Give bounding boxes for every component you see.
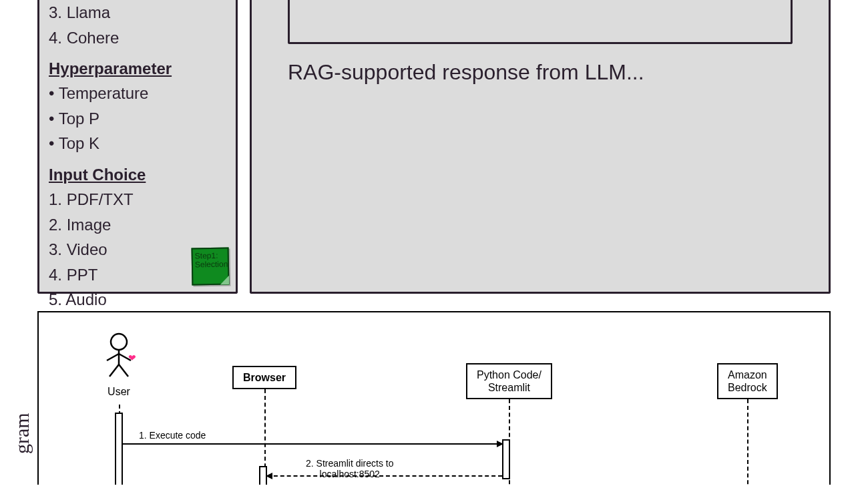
- hyperparam-item[interactable]: Top P: [49, 106, 226, 132]
- wireframe-panel: 3. Llama 4. Cohere Hyperparameter Temper…: [0, 0, 868, 294]
- model-item[interactable]: 4. Cohere: [49, 25, 226, 51]
- actor-bedrock-label: Amazon Bedrock: [717, 363, 778, 399]
- svg-line-4: [110, 364, 119, 377]
- model-item[interactable]: 3. Llama: [49, 0, 226, 25]
- msg-streamlit-localhost: 2. Streamlit directs to localhost:8502: [306, 458, 394, 479]
- hyperparam-item[interactable]: Top K: [49, 131, 226, 156]
- actor-browser-label: Browser: [232, 366, 296, 389]
- input-choice-item[interactable]: 2. Image: [49, 212, 226, 238]
- actor-browser: Browser: [232, 366, 296, 389]
- msg-execute-code: 1. Execute code: [139, 430, 206, 441]
- response-output-box: [288, 0, 793, 44]
- main-panel: RAG-supported response from LLM...: [250, 0, 831, 294]
- svg-line-5: [119, 364, 128, 377]
- actor-python-label: Python Code/ Streamlit: [466, 363, 552, 399]
- hyperparam-item[interactable]: Temperature: [49, 81, 226, 106]
- sequence-diagram: ❤ User Browser Python Code/ Streamlit Am…: [37, 311, 831, 485]
- stick-figure-icon: ❤: [99, 332, 139, 386]
- rag-response-text: RAG-supported response from LLM...: [268, 60, 813, 85]
- model-list: 3. Llama 4. Cohere: [49, 0, 226, 50]
- input-choice-heading: Input Choice: [49, 166, 226, 184]
- hyperparameter-list: Temperature Top P Top K: [49, 81, 226, 156]
- input-choice-item[interactable]: 5. Audio: [49, 287, 226, 312]
- lifeline-bedrock: [747, 399, 748, 485]
- sticky-line2: Selection: [195, 260, 226, 270]
- actor-amazon-bedrock: Amazon Bedrock: [717, 363, 778, 399]
- actor-python-streamlit: Python Code/ Streamlit: [466, 363, 552, 399]
- hyperparameter-heading: Hyperparameter: [49, 59, 226, 78]
- sticky-note-step1: Step1: Selection: [192, 248, 230, 286]
- svg-line-2: [107, 354, 119, 360]
- actor-user: ❤ User: [92, 332, 146, 398]
- activation-user: [115, 413, 123, 485]
- input-choice-item[interactable]: 1. PDF/TXT: [49, 187, 226, 212]
- heart-icon: ❤: [128, 352, 136, 363]
- arrow-execute-code: [123, 443, 502, 445]
- vertical-diagram-label: gram: [11, 413, 33, 454]
- svg-point-0: [111, 334, 127, 350]
- sidebar-panel: 3. Llama 4. Cohere Hyperparameter Temper…: [37, 0, 238, 294]
- actor-user-label: User: [92, 386, 146, 398]
